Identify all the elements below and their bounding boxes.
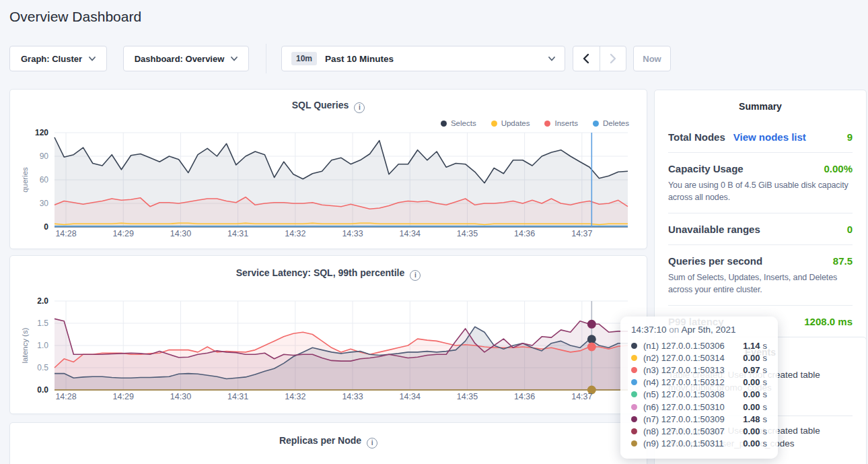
sql-queries-legend: SelectsUpdatesInsertsDeletes (441, 119, 629, 127)
svg-text:14:36: 14:36 (514, 229, 535, 238)
latency-value: 0.00 (743, 353, 760, 363)
series-color-dot (631, 343, 637, 349)
unavailable-ranges-label: Unavailable ranges (668, 224, 760, 235)
svg-text:14:35: 14:35 (457, 229, 478, 238)
chart-title-text: Service Latency: SQL, 99th percentile (236, 267, 405, 278)
dashboard-dropdown-label: Dashboard: Overview (135, 54, 225, 64)
summary-title: Summary (668, 90, 853, 112)
svg-text:14:34: 14:34 (400, 392, 421, 401)
legend-dot (593, 121, 599, 127)
tooltip-row: (n7) 127.0.0.1:503091.48s (631, 413, 767, 425)
svg-text:14:30: 14:30 (170, 229, 191, 238)
series-color-dot (631, 416, 637, 422)
replicas-per-node-title: Replicas per Nodei (10, 423, 647, 449)
now-button[interactable]: Now (633, 46, 671, 71)
svg-text:14:37: 14:37 (571, 392, 592, 401)
time-range-badge: 10m (291, 52, 317, 65)
latency-value: 0.00 (743, 389, 760, 399)
series-color-dot (631, 391, 637, 397)
summary-row-unavailable-ranges: Unavailable ranges 0 (668, 213, 853, 245)
latency-unit: s (763, 353, 768, 363)
latency-unit: s (763, 341, 768, 351)
chart-title-text: Replicas per Node (279, 435, 361, 446)
svg-text:14:30: 14:30 (170, 392, 191, 401)
chevron-right-icon (609, 53, 617, 64)
svg-text:14:29: 14:29 (113, 392, 134, 401)
info-icon[interactable]: i (354, 102, 365, 113)
capacity-description: You are using 0 B of 4.5 GiB usable disk… (668, 179, 853, 203)
svg-text:14:34: 14:34 (400, 229, 421, 238)
series-color-dot (631, 428, 637, 434)
legend-label: Selects (451, 119, 476, 127)
tooltip-rows: (n1) 127.0.0.1:503061.14s(n2) 127.0.0.1:… (631, 339, 767, 450)
svg-text:14:35: 14:35 (457, 392, 478, 401)
svg-text:queries: queries (21, 167, 29, 193)
dashboard-dropdown[interactable]: Dashboard: Overview (123, 46, 249, 71)
time-range-label: Past 10 Minutes (325, 54, 548, 64)
node-address: (n9) 127.0.0.1:50311 (643, 438, 743, 449)
latency-unit: s (763, 414, 768, 424)
svg-text:14:28: 14:28 (55, 229, 76, 238)
node-address: (n6) 127.0.0.1:50310 (643, 402, 743, 412)
svg-text:14:33: 14:33 (342, 229, 363, 238)
series-color-dot (631, 404, 637, 410)
graph-dropdown-label: Graph: Cluster (21, 54, 82, 64)
qps-value: 87.5 (833, 255, 853, 267)
prev-time-button[interactable] (573, 46, 600, 71)
total-nodes-label: Total Nodes (668, 131, 725, 143)
svg-text:90: 90 (40, 152, 49, 161)
node-address: (n8) 127.0.0.1:50307 (643, 426, 743, 436)
legend-item-selects: Selects (441, 119, 476, 127)
sql-queries-chart[interactable]: 030609012014:2814:2914:3014:3114:3214:33… (10, 127, 648, 243)
summary-row-capacity: Capacity Usage 0.00% You are using 0 B o… (668, 153, 853, 213)
time-range-dropdown[interactable]: 10m Past 10 Minutes (281, 46, 565, 71)
chart-title-text: SQL Queries (292, 100, 349, 110)
svg-text:14:36: 14:36 (514, 392, 535, 401)
latency-value: 1.48 (743, 414, 760, 424)
node-address: (n5) 127.0.0.1:50308 (643, 389, 743, 399)
tooltip-timestamp: 14:37:10 on Apr 5th, 2021 (631, 325, 767, 335)
tooltip-row: (n5) 127.0.0.1:503080.00s (631, 389, 767, 401)
info-icon[interactable]: i (410, 270, 421, 281)
chevron-down-icon (89, 57, 96, 61)
svg-text:14:32: 14:32 (285, 392, 305, 401)
summary-card: Summary Total Nodes View nodes list 9 Ca… (654, 90, 867, 348)
legend-dot (491, 121, 497, 127)
svg-text:2.0: 2.0 (37, 296, 48, 306)
latency-value: 0.00 (743, 402, 760, 412)
service-latency-chart[interactable]: 0.00.51.01.52.014:2814:2914:3014:3114:32… (10, 280, 648, 412)
svg-text:14:31: 14:31 (227, 392, 248, 401)
legend-label: Inserts (554, 119, 578, 127)
tooltip-row: (n9) 127.0.0.1:503110.00s (631, 438, 767, 450)
service-latency-panel: Service Latency: SQL, 99th percentilei 0… (9, 255, 647, 414)
next-time-button[interactable] (600, 46, 626, 71)
summary-row-total-nodes: Total Nodes View nodes list 9 (668, 121, 853, 153)
view-nodes-list-link[interactable]: View nodes list (733, 131, 806, 143)
time-step-buttons (573, 46, 626, 71)
series-color-dot (631, 355, 637, 361)
replicas-per-node-panel: Replicas per Nodei (9, 422, 647, 464)
latency-unit: s (763, 402, 768, 412)
svg-text:14:31: 14:31 (227, 229, 248, 238)
legend-label: Deletes (603, 119, 629, 127)
legend-item-inserts: Inserts (544, 119, 578, 127)
node-address: (n1) 127.0.0.1:50306 (643, 341, 743, 351)
info-icon[interactable]: i (367, 438, 377, 449)
svg-text:0: 0 (44, 222, 48, 232)
legend-item-updates: Updates (491, 119, 530, 127)
svg-text:0.5: 0.5 (37, 363, 48, 372)
svg-text:14:32: 14:32 (285, 229, 305, 238)
tooltip-row: (n1) 127.0.0.1:503061.14s (631, 339, 767, 352)
legend-dot (544, 121, 550, 127)
graph-dropdown[interactable]: Graph: Cluster (9, 46, 107, 71)
chevron-down-icon (548, 57, 555, 61)
tooltip-on-text: on (669, 325, 679, 335)
svg-text:1.0: 1.0 (37, 341, 48, 350)
capacity-label: Capacity Usage (668, 163, 744, 174)
node-address: (n7) 127.0.0.1:50309 (643, 414, 743, 424)
svg-text:14:29: 14:29 (113, 229, 134, 238)
tooltip-row: (n6) 127.0.0.1:503100.00s (631, 401, 767, 413)
qps-label: Queries per second (668, 255, 762, 267)
svg-text:14:33: 14:33 (342, 392, 363, 401)
qps-description: Sum of Selects, Updates, Inserts, and De… (668, 271, 853, 296)
